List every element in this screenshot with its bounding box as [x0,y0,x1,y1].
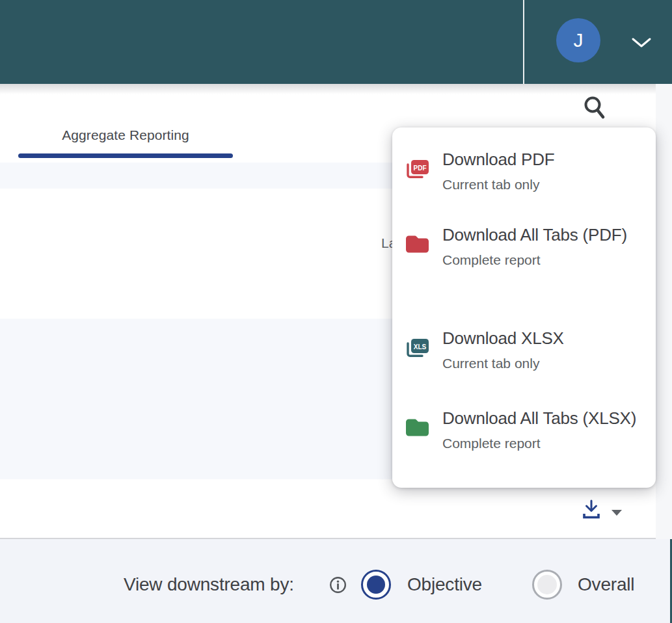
header-divider [523,0,524,84]
xls-file-copy-icon: XLS [404,336,430,362]
menu-item-download-all-pdf[interactable]: Download All Tabs (PDF) Complete report [404,224,646,269]
menu-item-subtitle: Current tab only [442,176,554,193]
radio-dot [367,576,385,594]
radio-overall[interactable] [532,570,562,600]
menu-item-title: Download All Tabs (XLSX) [442,407,636,429]
caret-down-icon [612,510,622,516]
menu-item-subtitle: Complete report [442,252,627,269]
right-gutter [656,84,672,540]
menu-item-download-pdf[interactable]: PDF Download PDF Current tab only [404,148,646,193]
page: J Aggregate Reporting La [0,0,672,623]
tab-label: Aggregate Reporting [18,127,233,143]
radio-objective-label[interactable]: Objective [407,574,482,595]
menu-item-title: Download PDF [442,148,554,170]
svg-text:PDF: PDF [414,165,427,172]
header-shadow [0,84,672,94]
menu-item-download-all-xlsx[interactable]: Download All Tabs (XLSX) Complete report [404,407,646,452]
radio-dot [537,575,557,594]
info-icon[interactable] [329,576,347,594]
download-tray-icon [580,498,604,523]
download-menu: PDF Download PDF Current tab only Downlo… [392,127,656,488]
radio-overall-label[interactable]: Overall [578,574,634,595]
folder-icon [404,233,430,259]
top-app-bar: J [0,0,672,84]
menu-item-subtitle: Complete report [442,435,636,452]
svg-text:XLS: XLS [414,343,427,351]
active-tab-underline [18,153,233,158]
search-icon[interactable] [582,94,609,124]
pdf-file-copy-icon: PDF [404,157,430,183]
tab-aggregate-reporting[interactable]: Aggregate Reporting [18,127,233,143]
avatar-initial: J [574,29,584,51]
folder-icon [404,416,430,442]
avatar[interactable]: J [556,18,600,62]
menu-item-download-xlsx[interactable]: XLS Download XLSX Current tab only [404,327,646,372]
menu-item-title: Download XLSX [442,327,564,349]
view-downstream-label: View downstream by: [124,574,294,595]
chevron-down-icon[interactable] [631,37,652,51]
menu-item-title: Download All Tabs (PDF) [442,224,627,246]
radio-objective[interactable] [361,570,391,600]
download-button[interactable] [580,498,627,527]
menu-item-subtitle: Current tab only [442,355,564,372]
